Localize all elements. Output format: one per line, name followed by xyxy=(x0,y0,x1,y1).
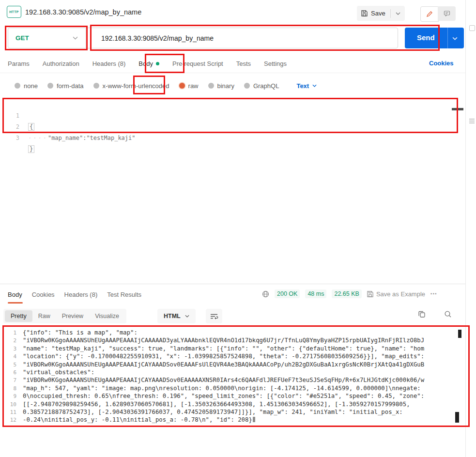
radio-icon xyxy=(244,83,250,89)
response-line: 2"iVBORw0KGgoAAAANSUhEUgAAAPEAAAIjCAAAAA… xyxy=(0,336,463,344)
response-tab-test-results[interactable]: Test Results xyxy=(107,291,141,298)
response-tab-cookies[interactable]: Cookies xyxy=(32,291,55,298)
radio-raw[interactable]: raw xyxy=(179,82,199,90)
response-line: 5"iVBORw0KGgoAAAANSUhEUgAAAPEAAAIjCAYAAA… xyxy=(0,361,463,368)
radio-binary[interactable]: binary xyxy=(208,82,234,90)
body-modified-dot xyxy=(156,62,159,65)
response-line: 4"location": {"y": -0.17000482255910931,… xyxy=(0,352,463,360)
request-title: 192.168.3.30:9085/v2/map_by_name xyxy=(25,8,141,16)
mode-raw[interactable]: Raw xyxy=(32,310,56,322)
editor-line[interactable]: 3 } xyxy=(0,122,458,133)
radio-icon xyxy=(93,83,99,89)
radio-none[interactable]: none xyxy=(15,82,38,90)
response-scrollbar-thumb[interactable] xyxy=(458,330,461,338)
response-language-select[interactable]: HTML xyxy=(157,309,196,323)
response-line: 90\noccupied_thresh: 0.65\nfree_thresh: … xyxy=(0,392,463,400)
response-line: 6"virtual_obstacles": xyxy=(0,368,463,376)
request-tabs: Params Authorization Headers (8) Body Pr… xyxy=(8,54,287,73)
method-label: GET xyxy=(15,34,29,42)
divider xyxy=(390,9,391,18)
copy-response-button[interactable] xyxy=(418,310,426,318)
sidebar-panel-icon[interactable] xyxy=(469,25,475,31)
chevron-down-icon xyxy=(185,315,189,318)
tab-pre-request-script[interactable]: Pre-request Script xyxy=(172,60,223,67)
save-icon xyxy=(367,291,373,297)
method-chevron-down-icon xyxy=(73,36,78,40)
response-body-viewer[interactable]: 1{"info": "This is a map", "map": 2"iVBO… xyxy=(0,329,463,424)
copy-icon xyxy=(418,310,426,318)
response-meta: 200 OK 48 ms 22.65 KB Save as Example ••… xyxy=(262,289,437,298)
radio-x-www-form-urlencoded[interactable]: x-www-form-urlencoded xyxy=(93,82,169,90)
send-dropdown-chevron-down-icon[interactable] xyxy=(452,37,458,40)
divider xyxy=(465,0,466,457)
response-time: 48 ms xyxy=(305,289,326,298)
send-button[interactable]: Send xyxy=(405,28,464,48)
editor-scrollbar-thumb[interactable] xyxy=(452,108,463,110)
wrap-text-button[interactable] xyxy=(206,309,222,323)
method-selector[interactable]: GET xyxy=(8,28,86,48)
response-line: 1{"info": "This is a map", "map": xyxy=(0,329,463,336)
response-line: 10[[-2.9487029898259456, 1.6289037060570… xyxy=(0,400,463,408)
search-response-button[interactable] xyxy=(444,310,452,318)
tab-tests[interactable]: Tests xyxy=(236,60,251,67)
response-view-modes: Pretty Raw Preview Visualize xyxy=(3,309,126,323)
radio-graphql[interactable]: GraphQL xyxy=(244,82,279,90)
response-line: 8"map_h": 547, "yaml": "image: map.png\n… xyxy=(0,384,463,392)
wrap-text-icon xyxy=(210,313,218,320)
line-number: 3 xyxy=(0,133,19,144)
response-tab-headers[interactable]: Headers (8) xyxy=(64,291,98,298)
save-as-example-button[interactable]: Save as Example xyxy=(367,290,425,298)
text-cursor xyxy=(253,417,255,422)
response-scrollbar-thumb[interactable] xyxy=(455,412,459,423)
divider xyxy=(0,73,465,73)
radio-icon xyxy=(208,83,214,89)
tab-authorization[interactable]: Authorization xyxy=(43,60,79,67)
tab-body[interactable]: Body xyxy=(138,60,159,67)
mode-pretty[interactable]: Pretty xyxy=(5,310,32,322)
response-line: 3"name": "testMap_kaji", "success": true… xyxy=(0,345,463,352)
editor-line[interactable]: 2 ····"map_name":"testMap_kaji" xyxy=(0,110,458,122)
pencil-icon xyxy=(426,11,433,17)
globe-icon[interactable] xyxy=(262,290,269,298)
mode-visualize[interactable]: Visualize xyxy=(89,310,125,322)
save-icon xyxy=(361,10,368,16)
search-icon xyxy=(444,310,452,318)
active-tab-underline xyxy=(8,302,23,304)
url-input[interactable]: 192.168.3.30:9085/v2/map_by_name xyxy=(93,28,214,48)
save-dropdown-chevron-down-icon[interactable] xyxy=(396,12,400,15)
comment-icon xyxy=(444,10,450,17)
radio-icon xyxy=(15,83,20,89)
response-line: 110.3857218878752473], [-2.9043036391766… xyxy=(0,408,463,416)
response-tab-body[interactable]: Body xyxy=(8,291,22,298)
api-client-window: HTTP 192.168.3.30:9085/v2/map_by_name Sa… xyxy=(0,0,476,457)
chevron-down-icon xyxy=(312,84,317,87)
sidebar-list-icon[interactable] xyxy=(469,119,475,120)
raw-language-select[interactable]: Text xyxy=(296,82,317,90)
comments-button[interactable] xyxy=(438,6,456,21)
editor-line[interactable]: 1 { xyxy=(0,99,458,110)
request-body-editor[interactable]: 1 { 2 ····"map_name":"testMap_kaji" 3 } xyxy=(0,99,458,133)
response-line: 7"iVBORw0KGgoAAAANSUhEUgAAAPEAAAIjCAYAAA… xyxy=(0,376,463,384)
tab-headers[interactable]: Headers (8) xyxy=(92,60,126,67)
edit-mode-button[interactable] xyxy=(420,6,439,22)
cookies-link[interactable]: Cookies xyxy=(429,60,454,67)
save-button[interactable]: Save xyxy=(357,6,405,21)
save-label: Save xyxy=(371,10,385,17)
divider xyxy=(0,284,465,284)
send-label: Send xyxy=(417,33,435,42)
response-line: 12-0.24\ninitial_pos_y: -0.11\ninitial_p… xyxy=(0,416,463,424)
radio-form-data[interactable]: form-data xyxy=(47,82,84,90)
tab-params[interactable]: Params xyxy=(8,60,30,67)
response-size: 22.65 KB xyxy=(332,289,361,298)
request-url-bar: GET 192.168.3.30:9085/v2/map_by_name xyxy=(8,28,398,48)
tab-settings[interactable]: Settings xyxy=(264,60,287,67)
radio-icon xyxy=(47,83,53,89)
mode-preview[interactable]: Preview xyxy=(56,310,89,322)
more-options-icon[interactable]: ••• xyxy=(430,291,437,296)
divider xyxy=(447,28,448,48)
body-type-options: none form-data x-www-form-urlencoded raw… xyxy=(15,77,317,94)
http-method-icon: HTTP xyxy=(7,6,21,18)
radio-selected-icon xyxy=(179,83,185,89)
response-tabs: Body Cookies Headers (8) Test Results xyxy=(8,287,141,302)
status-badge: 200 OK xyxy=(275,289,300,298)
